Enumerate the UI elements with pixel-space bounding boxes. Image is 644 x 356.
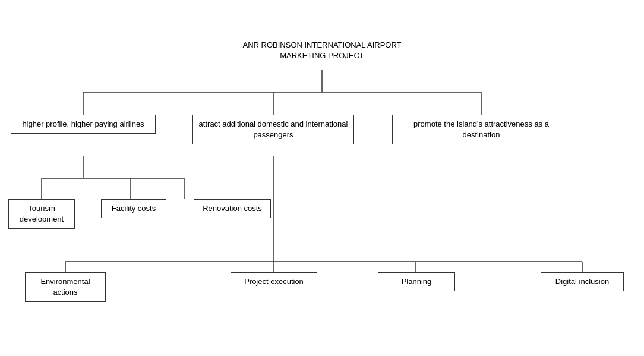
env-actions-box: Environmental actions bbox=[25, 272, 106, 302]
digital-inclusion-box: Digital inclusion bbox=[541, 272, 624, 291]
root-title-line2: MARKETING PROJECT bbox=[280, 51, 364, 60]
project-exec-box: Project execution bbox=[231, 272, 317, 291]
root-title-line1: ANR ROBINSON INTERNATIONAL AIRPORT bbox=[242, 40, 401, 49]
promote-island-box: promote the island's attractiveness as a… bbox=[392, 115, 570, 144]
tourism-dev-box: Tourism development bbox=[8, 199, 75, 229]
facility-costs-box: Facility costs bbox=[101, 199, 166, 218]
diagram-container: ANR ROBINSON INTERNATIONAL AIRPORT MARKE… bbox=[0, 0, 644, 356]
higher-profile-box: higher profile, higher paying airlines bbox=[11, 115, 156, 134]
root-box: ANR ROBINSON INTERNATIONAL AIRPORT MARKE… bbox=[220, 36, 424, 65]
renovation-costs-box: Renovation costs bbox=[194, 199, 271, 218]
planning-box: Planning bbox=[378, 272, 455, 291]
attract-passengers-box: attract additional domestic and internat… bbox=[192, 115, 354, 144]
